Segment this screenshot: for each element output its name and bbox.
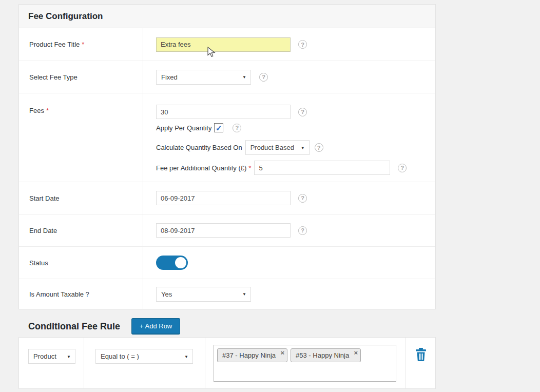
calc-quantity-label: Calculate Quantity Based On [156, 144, 242, 151]
fee-type-selected-value: Fixed [161, 73, 178, 81]
start-date-input[interactable] [156, 191, 291, 205]
apply-per-quantity-checkbox[interactable]: ✓ [214, 123, 223, 132]
help-icon[interactable]: ? [298, 226, 307, 235]
row-status: Status [19, 247, 435, 279]
rule-operator-select[interactable]: Equal to ( = ) ▼ [95, 349, 193, 364]
required-asterisk: * [248, 164, 251, 172]
required-asterisk: * [82, 41, 84, 48]
trash-icon[interactable] [415, 348, 427, 361]
product-fee-title-label: Product Fee Title [29, 41, 80, 48]
help-icon[interactable]: ? [233, 124, 241, 132]
fees-input[interactable] [156, 105, 291, 119]
fee-configuration-panel: Fee Configuration Product Fee Title * ? … [18, 4, 436, 309]
chevron-down-icon: ▼ [67, 354, 71, 359]
calc-quantity-select[interactable]: Product Based ▼ [245, 140, 310, 155]
end-date-input[interactable] [156, 223, 291, 238]
row-start-date: Start Date ? [19, 182, 435, 214]
conditional-fee-rule-header: Conditional Fee Rule + Add Row [28, 318, 180, 335]
row-is-amount-taxable: Is Amount Taxable ? Yes ▼ [19, 279, 435, 309]
tag-label: #37 - Happy Ninja [222, 351, 276, 359]
rule-field-select[interactable]: Product ▼ [28, 349, 75, 364]
is-amount-taxable-label: Is Amount Taxable ? [29, 290, 89, 298]
chevron-down-icon: ▼ [301, 145, 305, 150]
start-date-label: Start Date [29, 194, 60, 202]
remove-tag-icon[interactable]: × [280, 349, 284, 357]
row-fees: Fees * ? Apply Per Quantity ✓ ? Calculat… [19, 93, 435, 182]
help-icon[interactable]: ? [298, 108, 307, 116]
rule-values-multiselect[interactable]: #37 - Happy Ninja × #53 - Happy Ninja × [214, 345, 396, 382]
product-fee-title-input[interactable] [156, 37, 291, 52]
calc-quantity-selected-value: Product Based [250, 144, 294, 151]
fee-per-additional-label: Fee per Additional Quantity (£) [156, 164, 246, 172]
help-icon[interactable]: ? [298, 40, 307, 49]
conditional-fee-rule-title: Conditional Fee Rule [28, 321, 120, 332]
help-icon[interactable]: ? [259, 73, 268, 82]
is-amount-taxable-selected-value: Yes [161, 290, 172, 298]
status-toggle[interactable] [156, 256, 188, 270]
apply-per-quantity-label: Apply Per Quantity [156, 124, 211, 132]
row-end-date: End Date ? [19, 214, 435, 247]
chevron-down-icon: ▼ [242, 292, 246, 297]
selected-product-tag: #37 - Happy Ninja × [217, 348, 287, 362]
end-date-label: End Date [29, 227, 57, 234]
rule-field-selected-value: Product [33, 352, 56, 360]
help-icon[interactable]: ? [298, 194, 307, 203]
add-row-button[interactable]: + Add Row [131, 318, 180, 335]
panel-title: Fee Configuration [19, 5, 435, 28]
required-asterisk: * [46, 107, 49, 114]
fees-label: Fees [29, 107, 44, 114]
fee-type-select[interactable]: Fixed ▼ [156, 70, 251, 85]
toggle-knob [175, 257, 186, 268]
remove-tag-icon[interactable]: × [354, 349, 358, 357]
rule-operator-selected-value: Equal to ( = ) [101, 352, 139, 360]
help-icon[interactable]: ? [398, 164, 407, 172]
conditional-rule-row: Product ▼ Equal to ( = ) ▼ #37 - Happy N… [18, 337, 436, 389]
chevron-down-icon: ▼ [184, 354, 188, 359]
row-product-fee-title: Product Fee Title * ? [19, 28, 435, 61]
tag-label: #53 - Happy Ninja [296, 351, 349, 359]
fee-type-label: Select Fee Type [29, 73, 78, 81]
fee-per-additional-input[interactable] [254, 161, 390, 175]
status-label: Status [29, 259, 48, 267]
help-icon[interactable]: ? [315, 143, 323, 152]
chevron-down-icon: ▼ [242, 75, 246, 80]
row-fee-type: Select Fee Type Fixed ▼ ? [19, 61, 435, 93]
is-amount-taxable-select[interactable]: Yes ▼ [156, 287, 251, 302]
selected-product-tag: #53 - Happy Ninja × [291, 348, 361, 362]
